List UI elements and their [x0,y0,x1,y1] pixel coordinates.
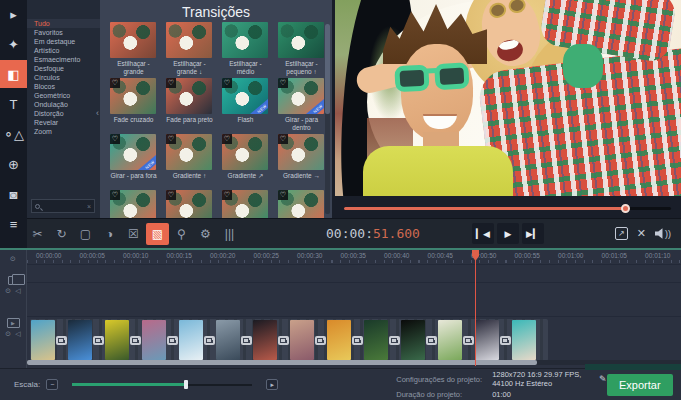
search-input[interactable]: × [31,199,95,213]
clip-thumbnail[interactable] [290,320,314,360]
transition-thumb[interactable]: ♡ NEW [222,190,268,218]
timeline-clip[interactable] [215,319,252,361]
tool-rail-item[interactable]: ▸ [0,0,27,28]
tool-rail-item[interactable]: ⚬△ [0,120,27,148]
transition-thumb[interactable]: ♡ NEW [278,22,324,58]
transition-badge-icon[interactable] [352,336,363,345]
transition-thumb[interactable]: ♡ NEW [166,78,212,114]
transition-badge-icon[interactable] [389,336,400,345]
transition-badge-icon[interactable] [56,336,67,345]
edit-tool-button[interactable]: ◑ [98,223,121,245]
timeline-clip[interactable] [30,319,67,361]
favorite-heart-icon[interactable]: ♡ [278,78,288,88]
clip-thumbnail[interactable] [105,320,129,360]
clear-search-icon[interactable]: × [87,203,91,210]
category-item[interactable]: Revelar [27,118,100,127]
seek-handle[interactable] [621,204,630,213]
favorite-heart-icon[interactable]: ♡ [166,78,176,88]
eye-icon[interactable]: ⊙ [5,330,11,338]
favorite-heart-icon[interactable]: ♡ [278,134,288,144]
slider-knob[interactable] [184,380,188,389]
transition-tile[interactable]: ♡ NEW Estilhaçar - grande [110,22,157,75]
clip-thumbnail[interactable] [68,320,92,360]
tool-rail-item[interactable]: T [0,90,27,118]
category-item[interactable]: Blocos [27,82,100,91]
transition-thumb[interactable]: ♡ NEW [166,190,212,218]
category-item[interactable]: Favoritos [27,28,100,37]
timeline-clip[interactable] [289,319,326,361]
transition-badge-icon[interactable] [463,336,474,345]
zoom-in-button[interactable]: ▸ [266,379,278,390]
transition-tile[interactable]: ♡ NEW Estilhaçar - pequeno ↑ [278,22,325,75]
video-track[interactable] [27,317,681,363]
transition-tile[interactable]: ♡ NEW Girar - para fora [110,134,157,187]
eye-icon[interactable]: ⊙ [10,255,16,263]
scale-slider[interactable] [72,380,252,389]
edit-tool-button[interactable]: ☒ [122,223,145,245]
favorite-heart-icon[interactable]: ♡ [222,190,232,200]
timeline-clip[interactable] [326,319,363,361]
clip-thumbnail[interactable] [216,320,240,360]
category-item[interactable]: Ondulação [27,100,100,109]
category-item[interactable]: Zoom [27,127,100,136]
favorite-heart-icon[interactable]: ♡ [110,190,120,200]
tool-rail-item[interactable]: ≡ [0,210,27,238]
clip-thumbnail[interactable] [179,320,203,360]
transition-tile[interactable]: ♡ NEW [222,190,269,218]
transition-thumb[interactable]: ♡ NEW [166,22,212,58]
timeline-clip[interactable] [400,319,437,361]
scrollbar-thumb[interactable] [27,360,537,365]
clip-thumbnail[interactable] [512,320,536,360]
transition-tile[interactable]: ♡ NEW [278,190,325,218]
transition-tile[interactable]: ♡ NEW Fade cruzado [110,78,157,131]
transition-thumb[interactable]: ♡ NEW [278,78,324,114]
timeline-clip[interactable] [104,319,141,361]
transition-thumb[interactable]: ♡ NEW [110,134,156,170]
volume-icon[interactable]: )) [655,228,671,239]
edit-tool-button[interactable]: ▢ [74,223,97,245]
transition-thumb[interactable]: ♡ NEW [222,78,268,114]
timeline-clip[interactable] [474,319,511,361]
timeline-clip[interactable] [141,319,178,361]
transition-badge-icon[interactable] [315,336,326,345]
transition-badge-icon[interactable] [130,336,141,345]
transition-tile[interactable]: ♡ NEW [166,190,213,218]
edit-tool-button[interactable]: ▧ [146,223,169,245]
transition-badge-icon[interactable] [167,336,178,345]
transition-tile[interactable]: ♡ NEW Fade para preto [166,78,213,131]
favorite-heart-icon[interactable]: ♡ [222,78,232,88]
transition-tile[interactable]: ♡ NEW Girar - para dentro [278,78,325,131]
transition-tile[interactable]: ♡ NEW Gradiente ↑ [166,134,213,187]
edit-tool-button[interactable]: ✂ [26,223,49,245]
transition-thumb[interactable]: ♡ NEW [222,22,268,58]
preview-seek-bar[interactable] [344,207,671,210]
playhead[interactable] [475,250,476,366]
mute-icon[interactable]: ◁ [15,287,20,295]
transition-badge-icon[interactable] [241,336,252,345]
tool-rail-item[interactable]: ◙ [0,180,27,208]
clip-thumbnail[interactable] [31,320,55,360]
timeline-clip[interactable] [437,319,474,361]
export-button[interactable]: Exportar [607,374,673,396]
detach-preview-icon[interactable]: ↗ [615,227,628,240]
category-item[interactable]: Geométrico [27,91,100,100]
transition-tile[interactable]: ♡ NEW Gradiente ↗ [222,134,269,187]
favorite-heart-icon[interactable]: ♡ [166,190,176,200]
scrollbar-thumb[interactable] [325,24,330,114]
transition-badge-icon[interactable] [278,336,289,345]
transition-thumb[interactable]: ♡ NEW [110,78,156,114]
zoom-out-button[interactable]: − [46,379,58,390]
transition-thumb[interactable]: ♡ NEW [278,134,324,170]
transition-thumb[interactable]: ♡ NEW [166,134,212,170]
horizontal-scrollbar[interactable] [27,360,681,365]
edit-settings-icon[interactable]: ✎ [599,374,607,384]
linked-track[interactable] [27,265,681,283]
mute-icon[interactable]: ◁ [15,330,20,338]
timeline-clip[interactable] [252,319,289,361]
transition-badge-icon[interactable] [204,336,215,345]
transition-tile[interactable]: ♡ NEW Gradiente → [278,134,325,187]
clip-thumbnail[interactable] [253,320,277,360]
category-item[interactable]: Artístico [27,46,100,55]
favorite-heart-icon[interactable]: ♡ [110,134,120,144]
timeline-ruler[interactable]: 00:00:00 00:00:05 00:00:10 00:00:15 00:0… [27,250,681,265]
